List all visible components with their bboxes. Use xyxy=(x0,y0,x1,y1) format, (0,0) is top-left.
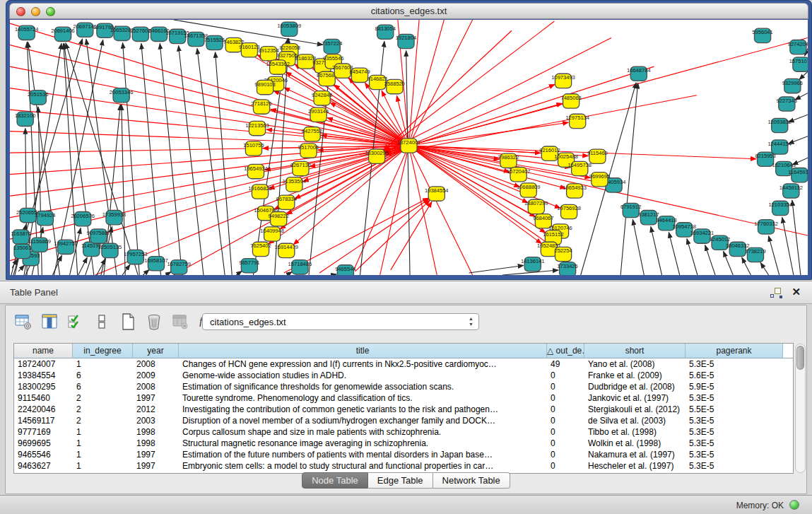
table-vertical-scrollbar[interactable] xyxy=(795,344,806,473)
graph-edge xyxy=(687,239,698,275)
graph-node-label: 9517006 xyxy=(298,144,319,151)
column-header-year[interactable]: year xyxy=(133,344,179,358)
table-cell: 2 xyxy=(73,392,133,404)
table-settings-icon[interactable] xyxy=(14,313,33,331)
graph-node-label: 8215953 xyxy=(755,153,775,159)
table-cell: Jankovic et al. (1997) xyxy=(584,392,686,404)
table-cell: 2008 xyxy=(133,381,179,392)
graph-node-label: 16914479 xyxy=(274,244,298,250)
graph-node-label: 2903144 xyxy=(308,108,329,115)
table-cell: 0 xyxy=(547,381,584,392)
table-row[interactable]: 911546021997Tourette syndrome. Phenomeno… xyxy=(14,392,793,404)
tab-network-table[interactable]: Network Table xyxy=(433,472,510,489)
table-row[interactable]: 946554611997Estimation of the future num… xyxy=(14,449,793,460)
scrollbar-thumb[interactable] xyxy=(796,346,804,370)
new-table-icon[interactable] xyxy=(119,313,137,331)
graph-edge xyxy=(160,43,182,275)
table-cell: 1 xyxy=(73,438,133,449)
column-header-pagerank[interactable]: pagerank xyxy=(686,344,783,358)
table-cell: Nakamura et al. (1997) xyxy=(584,449,686,460)
float-window-icon[interactable] xyxy=(770,288,781,298)
graph-edge xyxy=(409,146,437,275)
column-header-title[interactable]: title xyxy=(179,344,547,358)
table-row[interactable]: 1872400712008Changes of HCN gene express… xyxy=(14,358,793,370)
graph-node-label: 9245012 xyxy=(710,236,730,243)
graph-node-label: 1510755 xyxy=(243,142,264,148)
graph-node-label: 11353594 xyxy=(283,178,306,185)
graph-node-label: 14136141 xyxy=(521,258,545,264)
graph-node-label: 8427552 xyxy=(302,128,322,134)
network-canvas[interactable]: 1405572420691406206971411891799410653287… xyxy=(10,20,808,275)
select-rows-icon[interactable] xyxy=(66,313,85,331)
table-cell: Structural magnetic resonance image aver… xyxy=(179,438,547,449)
table-cell: 22420046 xyxy=(14,404,73,415)
window-titlebar[interactable]: citations_edges.txt xyxy=(9,3,808,19)
graph-node-label: 8678334 xyxy=(276,196,297,202)
table-cell: 2012 xyxy=(133,404,179,415)
graph-edge xyxy=(197,49,225,275)
graph-node-label: 13942757 xyxy=(54,240,78,247)
table-cell: 5.9E-5 xyxy=(686,381,783,392)
graph-node-label: 9498222 xyxy=(269,213,289,219)
table-cell: Tourette syndrome. Phenomenology and cla… xyxy=(179,392,547,404)
table-cell: 1998 xyxy=(133,438,179,449)
column-header-indegree[interactable]: in_degree xyxy=(73,344,133,358)
column-chooser-icon[interactable] xyxy=(40,313,59,331)
close-panel-icon[interactable]: ✕ xyxy=(792,286,801,298)
table-row[interactable]: 1830029562008Estimation of significance … xyxy=(14,381,793,392)
table-row[interactable]: 969969511998Structural magnetic resonanc… xyxy=(14,438,793,449)
table-cell: 5.6E-5 xyxy=(686,370,783,381)
column-header-short[interactable]: short xyxy=(584,344,686,358)
graph-edge xyxy=(409,146,473,275)
graph-edge xyxy=(216,52,233,275)
stacked-boxes-icon[interactable] xyxy=(93,313,111,331)
graph-edge xyxy=(18,265,24,271)
import-table-disabled-icon xyxy=(171,313,189,331)
graph-node-label: 12444154 xyxy=(767,141,792,147)
graph-node-label: 16782759 xyxy=(167,261,191,267)
table-cell: 1 xyxy=(73,449,133,460)
graph-node-label: 5956041 xyxy=(752,29,772,35)
graph-edge xyxy=(355,200,430,271)
table-row[interactable]: 1456911722003Disruption of a novel membe… xyxy=(14,415,793,426)
table-cell: 9115460 xyxy=(14,392,73,404)
table-row[interactable]: 977716911998Corpus callosum shape and si… xyxy=(14,426,793,438)
graph-edge xyxy=(409,37,808,146)
table-cell: Yano et al. (2008) xyxy=(584,358,686,370)
table-cell: 0 xyxy=(547,438,584,449)
graph-node-label: 16648784 xyxy=(627,67,651,74)
tab-edge-table[interactable]: Edge Table xyxy=(368,472,433,489)
delete-table-icon[interactable] xyxy=(145,313,163,331)
graph-node-label: 16543362 xyxy=(266,61,290,67)
table-cell: 5.3E-5 xyxy=(686,392,783,404)
window-title: citations_edges.txt xyxy=(10,6,808,16)
graph-node-label: 15720407 xyxy=(507,168,531,175)
graph-node-label: 1615152 xyxy=(543,231,563,238)
table-selector-dropdown[interactable]: citations_edges.txt ▲▼ xyxy=(202,313,479,330)
table-cell: 0 xyxy=(547,392,584,404)
graph-node-label: 9465544 xyxy=(335,266,355,272)
column-header-outde[interactable]: △ out_de… xyxy=(547,344,584,358)
table-row[interactable]: 1938455462009Genome-wide association stu… xyxy=(14,370,793,381)
network-graph[interactable]: 1405572420691406206971411891799410653287… xyxy=(10,20,808,275)
table-cell: 2009 xyxy=(133,370,179,381)
graph-node-label: 18724007 xyxy=(397,139,421,146)
graph-edge xyxy=(469,266,524,273)
table-row[interactable]: 2242004622012Investigating the contribut… xyxy=(14,404,793,415)
graph-node-label: 17359938 xyxy=(102,211,126,218)
graph-node-label: 12103354 xyxy=(768,201,792,208)
table-cell: 0 xyxy=(547,370,584,381)
graph-edge xyxy=(123,43,140,275)
table-cell: 1997 xyxy=(133,449,179,460)
graph-node-label: 15718485 xyxy=(288,261,312,267)
column-header-name[interactable]: name xyxy=(14,344,73,358)
graph-node-label: 1794924 xyxy=(35,212,55,218)
table-cell: 5.5E-5 xyxy=(686,404,783,415)
tab-node-table[interactable]: Node Table xyxy=(302,472,368,489)
table-cell: 2 xyxy=(73,404,133,415)
table-cell: 19384554 xyxy=(14,370,73,381)
table-row[interactable]: 946362711997Embryonic stem cells: a mode… xyxy=(14,460,793,472)
table-cell: 1 xyxy=(73,358,133,370)
table-cell: Embryonic stem cells: a model to study s… xyxy=(179,460,547,472)
table-cell: 5.3E-5 xyxy=(686,415,783,426)
